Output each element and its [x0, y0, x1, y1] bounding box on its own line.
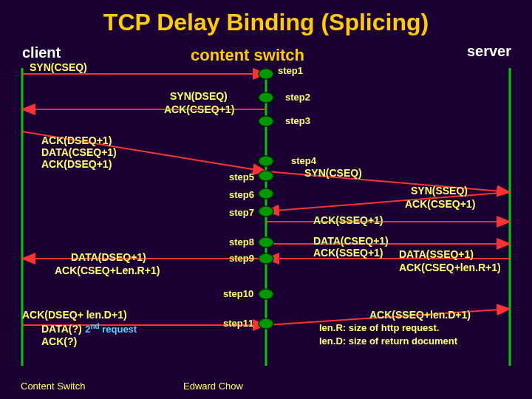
step-4: step4 — [291, 155, 316, 166]
msg-data-sseq1: DATA(SSEQ+1) — [399, 248, 474, 260]
svg-point-24 — [259, 318, 273, 329]
svg-point-21 — [259, 237, 273, 248]
msg-ack-cseq1-left: ACK(CSEQ+1) — [164, 103, 234, 115]
msg-syn-sseq: SYN(SSEQ) — [411, 185, 468, 197]
msg-block3-l2: DATA(?) 2nd request — [41, 322, 137, 335]
msg-ack-sseq-lend: ACK(SSEQ+len.D+1) — [369, 309, 471, 321]
msg-block1-l2: DATA(CSEQ+1) — [41, 146, 117, 158]
step-11: step11 — [223, 318, 253, 329]
step-9: step9 — [229, 253, 254, 264]
svg-point-18 — [259, 171, 273, 181]
msg-data-cseq1: DATA(CSEQ+1) — [313, 235, 389, 247]
note-lenR: len.R: size of http request. — [319, 322, 440, 334]
step-8: step8 — [229, 236, 254, 248]
svg-point-19 — [259, 188, 273, 199]
svg-point-15 — [259, 92, 273, 103]
msg-block2-l2: ACK(CSEQ+Len.R+1) — [55, 265, 160, 276]
footer-center: Edward Chow — [183, 381, 243, 392]
step-10: step10 — [223, 288, 253, 299]
msg-ack-cseq-lenr: ACK(CSEQ+len.R+1) — [399, 262, 501, 273]
msg-syn-dseq: SYN(DSEQ) — [170, 90, 228, 102]
step-6: step6 — [229, 189, 254, 200]
msg-data-q: DATA(?) — [41, 323, 82, 335]
step-2: step2 — [285, 92, 310, 103]
step-1: step1 — [278, 65, 303, 76]
msg-block1-l3: ACK(DSEQ+1) — [41, 158, 112, 170]
second-req-word: request — [100, 324, 137, 335]
msg-syn-cseq-right: SYN(CSEQ) — [304, 167, 362, 179]
msg-syn-cseq: SYN(CSEQ) — [30, 61, 87, 73]
msg-block3-l3: ACK(?) — [41, 335, 77, 347]
msg-ack-cseq1-right: ACK(CSEQ+1) — [405, 198, 475, 210]
svg-point-20 — [259, 206, 273, 216]
msg-block2-l1: DATA(DSEQ+1) — [71, 251, 146, 263]
msg-ack-sseq1: ACK(SSEQ+1) — [313, 214, 383, 226]
svg-point-17 — [259, 156, 273, 166]
second-ord-sup: nd — [90, 322, 99, 330]
step-3: step3 — [285, 115, 310, 126]
svg-point-14 — [259, 69, 273, 79]
msg-block3-l1: ACK(DSEQ+ len.D+1) — [22, 309, 127, 321]
step-7: step7 — [229, 207, 254, 218]
svg-point-16 — [259, 116, 273, 126]
svg-point-22 — [259, 253, 273, 264]
note-lenD: len.D: size of return document — [319, 335, 457, 347]
svg-line-8 — [266, 171, 510, 192]
footer-left: Content Switch — [21, 381, 85, 392]
msg-ack-sseq1b: ACK(SSEQ+1) — [313, 247, 383, 259]
svg-point-23 — [259, 289, 273, 299]
msg-block1-l1: ACK(DSEQ+1) — [41, 134, 112, 146]
step-5: step5 — [229, 171, 254, 183]
